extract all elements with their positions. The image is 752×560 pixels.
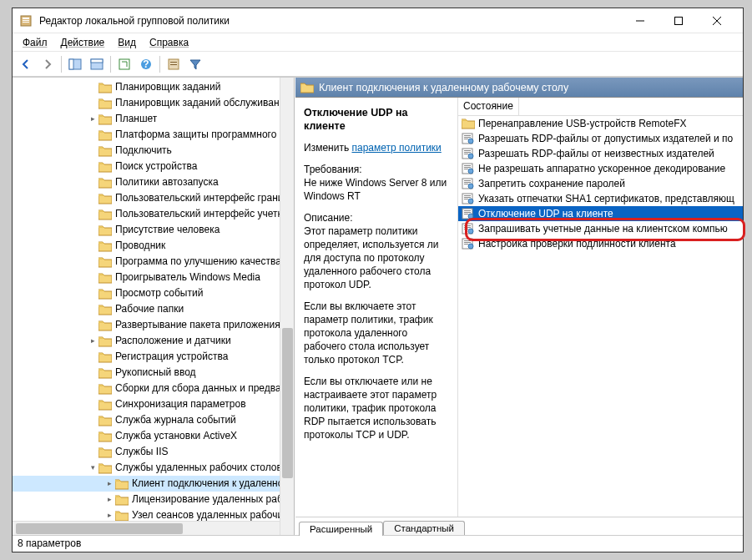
tree-item[interactable]: ▸Поиск устройства bbox=[13, 159, 294, 174]
category-title: Клиент подключения к удаленному рабочему… bbox=[319, 82, 568, 93]
folder-icon bbox=[462, 118, 475, 129]
folder-icon bbox=[98, 193, 112, 204]
svg-rect-1 bbox=[23, 18, 29, 19]
description-p3: Если вы отключаете или не настраиваете э… bbox=[304, 375, 451, 441]
tree-item[interactable]: ▸Лицензирование удаленных рабо bbox=[13, 492, 294, 507]
list-item[interactable]: Запрашивать учетные данные на клиентском… bbox=[458, 221, 743, 236]
tree-item[interactable]: ▸Служба журнала событий bbox=[13, 412, 294, 428]
tree-item[interactable]: ▸Просмотр событий bbox=[13, 285, 294, 301]
list-item[interactable]: Разрешать RDP-файлы от неизвестных издат… bbox=[458, 146, 743, 161]
folder-icon bbox=[98, 129, 112, 141]
minimize-button[interactable] bbox=[621, 8, 659, 33]
settings-list[interactable]: Перенаправление USB-устройств RemoteFXРа… bbox=[458, 116, 743, 517]
folder-icon bbox=[98, 462, 112, 474]
tree-item[interactable]: ▸Пользовательский интерфейс учетнь bbox=[13, 206, 294, 222]
expand-icon[interactable]: ▸ bbox=[88, 336, 98, 346]
list-item[interactable]: Перенаправление USB-устройств RemoteFX bbox=[458, 116, 743, 131]
tree-item[interactable]: ▸Сборки для сбора данных и предвари bbox=[13, 381, 294, 396]
help-button[interactable]: ? bbox=[136, 54, 156, 74]
tree-item[interactable]: ▸Политики автозапуска bbox=[13, 174, 294, 190]
menu-file[interactable]: Файл bbox=[16, 35, 54, 50]
menu-help[interactable]: Справка bbox=[143, 35, 195, 50]
setting-icon bbox=[462, 148, 475, 159]
close-button[interactable] bbox=[698, 8, 736, 33]
folder-icon bbox=[98, 304, 112, 315]
setting-icon bbox=[462, 163, 475, 174]
titlebar[interactable]: Редактор локальной групповой политики bbox=[13, 8, 743, 33]
tree-item[interactable]: ▸Клиент подключения к удаленном bbox=[13, 476, 294, 492]
svg-rect-17 bbox=[170, 64, 177, 65]
list-item-label: Отключение UDP на клиенте bbox=[478, 208, 613, 219]
tree-item[interactable]: ▸Рукописный ввод bbox=[13, 365, 294, 381]
list-item[interactable]: Указать отпечатки SHA1 сертификатов, пре… bbox=[458, 191, 743, 206]
folder-icon bbox=[98, 335, 112, 347]
tree-item[interactable]: ▸Программа по улучшению качества п bbox=[13, 254, 294, 270]
tree-item[interactable]: ▾Службы удаленных рабочих столов bbox=[13, 460, 294, 476]
show-detail-button[interactable] bbox=[87, 54, 107, 74]
tree-item[interactable]: ▸Присутствие человека bbox=[13, 222, 294, 238]
list-item[interactable]: Настройка проверки подлинности клиента bbox=[458, 236, 743, 251]
tree-item[interactable]: ▸Планировщик заданий обслуживания bbox=[13, 95, 294, 111]
svg-point-32 bbox=[468, 169, 473, 174]
tree-item[interactable]: ▸Проводник bbox=[13, 238, 294, 254]
window-controls bbox=[621, 8, 736, 33]
tree-item[interactable]: ▸Планшет bbox=[13, 111, 294, 127]
expand-icon[interactable]: ▸ bbox=[104, 495, 114, 505]
svg-rect-41 bbox=[464, 199, 468, 199]
tree-item[interactable]: ▸Служба установки ActiveX bbox=[13, 428, 294, 444]
tree-item-label: Расположение и датчики bbox=[115, 333, 231, 349]
refresh-button[interactable] bbox=[114, 54, 134, 74]
tree-item[interactable]: ▸Синхронизация параметров bbox=[13, 396, 294, 412]
tree-item-label: Клиент подключения к удаленном bbox=[132, 476, 290, 492]
tree-item[interactable]: ▸Расположение и датчики bbox=[13, 333, 294, 349]
show-tree-button[interactable] bbox=[65, 54, 85, 74]
svg-rect-2 bbox=[23, 20, 29, 21]
tab-extended[interactable]: Расширенный bbox=[299, 522, 383, 536]
list-item[interactable]: Запретить сохранение паролей bbox=[458, 176, 743, 191]
expand-icon[interactable]: ▸ bbox=[104, 511, 114, 521]
folder-icon bbox=[98, 145, 112, 157]
maximize-button[interactable] bbox=[659, 8, 698, 33]
filter-button[interactable] bbox=[185, 54, 205, 74]
horizontal-scrollbar[interactable] bbox=[13, 521, 280, 535]
tree-item[interactable]: ▸Платформа защиты программного об bbox=[13, 127, 294, 143]
expand-icon[interactable]: ▸ bbox=[88, 114, 98, 124]
policy-tree[interactable]: ▸Планировщик заданий▸Планировщик заданий… bbox=[13, 78, 294, 535]
menu-action[interactable]: Действие bbox=[54, 35, 112, 50]
collapse-icon[interactable]: ▾ bbox=[88, 463, 98, 473]
tree-item-label: Подключить bbox=[115, 143, 172, 159]
tab-standard[interactable]: Стандартный bbox=[383, 521, 465, 535]
tree-item[interactable]: ▸Развертывание пакета приложения bbox=[13, 317, 294, 333]
tree-item[interactable]: ▸Подключить bbox=[13, 143, 294, 159]
back-button[interactable] bbox=[16, 54, 36, 74]
tree-item-label: Служба журнала событий bbox=[115, 412, 236, 428]
tree-item-label: Сборки для сбора данных и предвари bbox=[115, 381, 292, 396]
tree-item[interactable]: ▸Пользовательский интерфейс границ bbox=[13, 190, 294, 206]
state-column[interactable]: Состояние bbox=[458, 98, 519, 115]
expand-icon[interactable]: ▸ bbox=[104, 479, 114, 489]
category-header: Клиент подключения к удаленному рабочему… bbox=[295, 78, 743, 98]
tree-item[interactable]: ▸Службы IIS bbox=[13, 444, 294, 460]
list-header[interactable]: Состояние bbox=[458, 98, 743, 116]
tree-item-label: Рукописный ввод bbox=[115, 365, 196, 381]
list-item[interactable]: Разрешать RDP-файлы от допустимых издате… bbox=[458, 131, 743, 146]
tree-item-label: Синхронизация параметров bbox=[115, 396, 246, 412]
tree-item-label: Пользовательский интерфейс учетнь bbox=[115, 206, 288, 222]
tree-item[interactable]: ▸Рабочие папки bbox=[13, 301, 294, 317]
tree-item[interactable]: ▸Регистрация устройства bbox=[13, 349, 294, 365]
list-item[interactable]: Отключение UDP на клиенте bbox=[458, 206, 743, 221]
svg-rect-26 bbox=[464, 154, 468, 154]
setting-icon bbox=[462, 193, 475, 204]
list-item[interactable]: Не разрешать аппаратно ускоренное декоди… bbox=[458, 161, 743, 176]
forward-button[interactable] bbox=[38, 54, 58, 74]
filter-options-button[interactable] bbox=[164, 54, 184, 74]
menu-view[interactable]: Вид bbox=[111, 35, 143, 50]
tree-item[interactable]: ▸Проигрыватель Windows Media bbox=[13, 270, 294, 285]
tree-item-label: Регистрация устройства bbox=[115, 349, 228, 365]
vertical-scrollbar[interactable] bbox=[280, 78, 294, 535]
list-item-label: Настройка проверки подлинности клиента bbox=[478, 238, 676, 250]
svg-rect-30 bbox=[464, 167, 471, 168]
tree-item[interactable]: ▸Планировщик заданий bbox=[13, 79, 294, 95]
setting-icon bbox=[462, 208, 475, 219]
edit-policy-link[interactable]: параметр политики bbox=[351, 142, 441, 154]
